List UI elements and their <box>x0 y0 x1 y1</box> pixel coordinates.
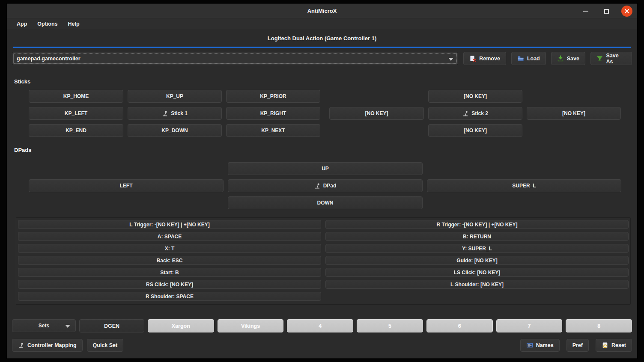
stick1-label: Stick 1 <box>171 110 188 116</box>
guide-button[interactable]: Guide: [NO KEY] <box>325 256 629 265</box>
sticks-section: KP_HOME KP_UP KP_PRIOR KP_LEFT Stick 1 K… <box>29 90 632 137</box>
x-button[interactable]: X: T <box>18 244 321 253</box>
button-mappings-panel: L Trigger: -[NO KEY] | +[NO KEY] A: SPAC… <box>16 217 631 305</box>
save-as-button-label: Save As <box>606 53 626 65</box>
footer-left: Controller Mapping Quick Set <box>12 339 123 352</box>
set-tab-5[interactable]: 5 <box>357 319 423 332</box>
menu-options[interactable]: Options <box>33 20 62 28</box>
quick-set-button[interactable]: Quick Set <box>87 339 124 352</box>
dpad-up-button[interactable]: UP <box>228 162 423 175</box>
remove-icon <box>469 55 476 62</box>
mappings-left-column: L Trigger: -[NO KEY] | +[NO KEY] A: SPAC… <box>18 220 321 301</box>
set-tab-2[interactable]: Xargon <box>148 319 214 332</box>
r-shoulder-button[interactable]: R Shoulder: SPACE <box>18 292 321 301</box>
l-shoulder-button[interactable]: L Shoulder: [NO KEY] <box>325 280 629 289</box>
menu-help[interactable]: Help <box>64 20 84 28</box>
back-button[interactable]: Back: ESC <box>18 256 321 265</box>
reset-icon <box>602 342 608 349</box>
stick1-up-right-button[interactable]: KP_PRIOR <box>226 90 320 103</box>
remove-button-label: Remove <box>479 56 500 62</box>
reset-label: Reset <box>611 342 626 348</box>
stick2-right-button[interactable]: [NO KEY] <box>527 107 621 120</box>
sets-dropdown-label: Sets <box>39 323 49 329</box>
minimize-icon <box>583 11 588 12</box>
set-tab-4[interactable]: 4 <box>287 319 353 332</box>
sets-dropdown-button[interactable]: Sets <box>12 319 76 332</box>
stick1-up-button[interactable]: KP_UP <box>128 90 222 103</box>
footer-right: Names Pref Reset <box>520 339 632 352</box>
names-label: Names <box>536 342 554 348</box>
dpad-grid: UP LEFT DPad SUPER_L DOWN <box>29 162 632 209</box>
load-button-label: Load <box>527 56 540 62</box>
stick2-center-button[interactable]: Stick 2 <box>428 107 522 120</box>
remove-button[interactable]: Remove <box>463 52 506 65</box>
stick2-up-button[interactable]: [NO KEY] <box>428 90 522 103</box>
window-title: AntiMicroX <box>307 8 337 14</box>
joystick-icon <box>162 110 168 117</box>
l-trigger-button[interactable]: L Trigger: -[NO KEY] | +[NO KEY] <box>18 220 321 229</box>
stick2-label: Stick 2 <box>471 110 488 116</box>
chevron-down-icon <box>65 325 70 328</box>
controller-tab-title: Logitech Dual Action (Game Controller 1) <box>268 35 376 42</box>
dpad-right-button[interactable]: SUPER_L <box>427 179 621 192</box>
dpads-section-label: DPads <box>14 147 632 153</box>
sets-row: Sets DGEN Xargon Vikings 4 5 6 7 8 <box>12 319 632 332</box>
chevron-down-icon <box>448 58 453 61</box>
set-tab-1[interactable]: DGEN <box>79 319 144 332</box>
app-window: AntiMicroX App Options Help Logitech Dua… <box>7 3 637 359</box>
set-tab-8[interactable]: 8 <box>566 319 632 332</box>
stick1-right-button[interactable]: KP_RIGHT <box>226 107 320 120</box>
controller-mapping-button[interactable]: Controller Mapping <box>12 339 83 352</box>
maximize-icon <box>604 9 609 14</box>
pref-label: Pref <box>572 342 583 348</box>
stick1-left-button[interactable]: KP_LEFT <box>29 107 123 120</box>
stick1-center-button[interactable]: Stick 1 <box>128 107 222 120</box>
footer-bar: Controller Mapping Quick Set Names Pref <box>12 339 632 352</box>
stick1-grid: KP_HOME KP_UP KP_PRIOR KP_LEFT Stick 1 K… <box>29 90 320 137</box>
y-button[interactable]: Y: SUPER_L <box>325 244 629 253</box>
menu-app[interactable]: App <box>12 20 31 28</box>
save-button[interactable]: Save <box>551 52 585 65</box>
profile-combobox[interactable]: gamepad.gamecontroller <box>12 52 458 65</box>
reset-button[interactable]: Reset <box>596 339 632 352</box>
set-tab-3[interactable]: Vikings <box>218 319 284 332</box>
set-tab-7[interactable]: 7 <box>496 319 563 332</box>
profile-combobox-value: gamepad.gamecontroller <box>17 56 80 62</box>
maximize-button[interactable] <box>601 6 612 17</box>
b-button[interactable]: B: RETURN <box>325 232 629 241</box>
pref-button[interactable]: Pref <box>566 339 589 352</box>
stick1-down-right-button[interactable]: KP_NEXT <box>226 124 320 137</box>
close-button[interactable] <box>621 6 632 17</box>
stick2-down-button[interactable]: [NO KEY] <box>428 124 522 137</box>
dpad-center-button[interactable]: DPad <box>228 179 423 192</box>
ls-click-button[interactable]: LS Click: [NO KEY] <box>325 268 629 277</box>
stick2-left-button[interactable]: [NO KEY] <box>329 107 424 120</box>
names-button[interactable]: Names <box>520 339 560 352</box>
save-as-icon <box>596 55 603 62</box>
joystick-icon <box>18 342 24 349</box>
minimize-button[interactable] <box>580 6 591 17</box>
save-icon <box>557 55 564 62</box>
rs-click-button[interactable]: RS Click: [NO KEY] <box>18 280 321 289</box>
stick1-up-left-button[interactable]: KP_HOME <box>29 90 123 103</box>
dpad-label: DPad <box>323 183 337 189</box>
load-button[interactable]: Load <box>511 52 546 65</box>
title-bar: AntiMicroX <box>7 4 637 18</box>
dpad-left-button[interactable]: LEFT <box>29 179 224 192</box>
menu-bar: App Options Help <box>7 18 637 30</box>
set-tab-6[interactable]: 6 <box>426 319 493 332</box>
dpad-down-button[interactable]: DOWN <box>228 196 423 209</box>
controller-tab[interactable]: Logitech Dual Action (Game Controller 1) <box>13 30 631 48</box>
stick1-down-left-button[interactable]: KP_END <box>29 124 123 137</box>
close-icon <box>624 9 629 14</box>
stick1-down-button[interactable]: KP_DOWN <box>128 124 222 137</box>
start-button[interactable]: Start: B <box>18 268 321 277</box>
joystick-icon <box>462 110 469 117</box>
sticks-section-label: Sticks <box>14 78 632 85</box>
joystick-icon <box>314 183 321 189</box>
r-trigger-button[interactable]: R Trigger: -[NO KEY] | +[NO KEY] <box>325 220 629 229</box>
save-as-button[interactable]: Save As <box>590 52 632 65</box>
controller-mapping-label: Controller Mapping <box>27 342 77 348</box>
a-button[interactable]: A: SPACE <box>18 232 321 241</box>
profile-toolbar: gamepad.gamecontroller Remove Load <box>12 52 632 65</box>
